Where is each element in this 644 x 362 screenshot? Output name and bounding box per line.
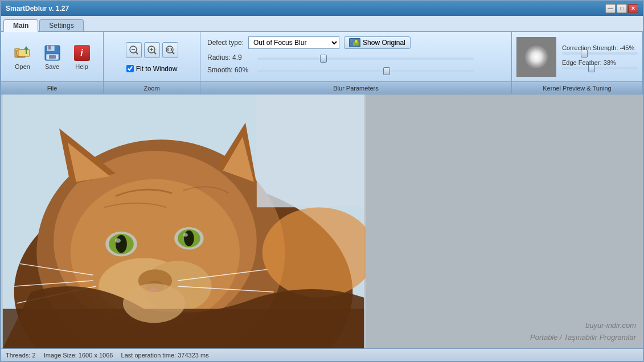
radius-row: Radius: 4.9 — [207, 54, 504, 61]
svg-rect-10 — [49, 55, 56, 59]
svg-rect-5 — [26, 50, 27, 54]
kernel-blob-shape — [525, 46, 548, 68]
kernel-content: Correction Strength: -45% Edge Feather: … — [512, 32, 642, 81]
image-size-status: Image Size: 1600 x 1066 — [44, 352, 113, 359]
fit-to-window-checkbox-row: Fit to Window — [122, 65, 182, 75]
smooth-slider[interactable] — [257, 70, 474, 72]
save-label: Save — [45, 63, 59, 70]
smooth-slider-container — [257, 66, 474, 74]
zoom-fit-button[interactable] — [162, 42, 178, 58]
tab-bar: Main Settings — [1, 16, 643, 32]
zoom-out-button[interactable] — [126, 42, 142, 58]
kernel-section: Correction Strength: -45% Edge Feather: … — [512, 32, 643, 94]
watermark: buyur-indir.com Portable / Taşınabilir P… — [530, 320, 636, 344]
info-icon-shape: i — [74, 45, 90, 61]
open-label: Open — [15, 63, 30, 70]
svg-line-13 — [136, 52, 138, 54]
blur-params-controls: Defect type: Out of Focus Blur Show Orig… — [200, 32, 511, 81]
zoom-controls — [122, 39, 182, 61]
status-bar: Threads: 2 Image Size: 1600 x 1066 Last … — [1, 348, 643, 361]
svg-rect-54 — [257, 94, 364, 207]
svg-point-42 — [115, 238, 121, 243]
svg-point-46 — [183, 233, 188, 237]
title-bar: SmartDeblur v. 1.27 — □ ✕ — [1, 1, 643, 16]
separator1 — [38, 352, 42, 359]
kernel-preview-image — [516, 37, 556, 77]
watermark-line1: buyur-indir.com — [530, 320, 636, 332]
radius-slider[interactable] — [257, 57, 474, 60]
threads-status: Threads: 2 — [6, 352, 36, 359]
help-label: Help — [75, 63, 88, 70]
image-preview-icon — [349, 38, 360, 47]
main-window: SmartDeblur v. 1.27 — □ ✕ Main Settings — [0, 0, 644, 362]
image-panel — [1, 94, 366, 348]
file-section: Open Save — [1, 32, 104, 94]
zoom-in-button[interactable] — [144, 42, 160, 58]
svg-line-19 — [172, 52, 174, 54]
correction-strength-slider[interactable] — [562, 52, 638, 55]
separator2 — [115, 352, 118, 359]
file-buttons: Open Save — [1, 32, 103, 81]
defect-type-select[interactable]: Out of Focus Blur — [248, 36, 339, 49]
watermark-line2: Portable / Taşınabilir Programlar — [530, 332, 636, 344]
save-button[interactable]: Save — [40, 42, 65, 72]
save-icon — [43, 44, 61, 62]
file-section-label: File — [1, 81, 103, 94]
defect-type-label: Defect type: — [207, 39, 244, 47]
show-original-button[interactable]: Show Original — [344, 36, 411, 49]
svg-point-41 — [116, 235, 127, 253]
main-content-area: buyur-indir.com Portable / Taşınabilir P… — [1, 94, 643, 348]
operation-time-status: Last operation time: 374323 ms — [121, 352, 209, 359]
close-button[interactable]: ✕ — [628, 4, 638, 13]
preview-panel: buyur-indir.com Portable / Taşınabilir P… — [366, 94, 643, 348]
fit-to-window-checkbox[interactable] — [126, 65, 134, 72]
toolbar: Open Save — [1, 32, 643, 94]
svg-rect-3 — [18, 50, 30, 56]
window-title: SmartDeblur v. 1.27 — [6, 5, 69, 13]
blur-section: Defect type: Out of Focus Blur Show Orig… — [200, 32, 512, 94]
fit-to-window-label[interactable]: Fit to Window — [136, 65, 178, 73]
smooth-label: Smooth: 60% — [207, 66, 253, 74]
tab-settings[interactable]: Settings — [39, 19, 83, 31]
kernel-section-label: Kernel Preview & Tuning — [512, 81, 642, 94]
svg-point-45 — [184, 231, 194, 246]
kernel-sliders: Correction Strength: -45% Edge Feather: … — [562, 44, 638, 69]
open-button[interactable]: Open — [10, 42, 35, 72]
svg-line-17 — [154, 52, 156, 54]
svg-rect-8 — [48, 46, 51, 50]
cat-image — [1, 94, 366, 348]
blur-section-label: Blur Parameters — [200, 81, 511, 94]
zoom-section: Fit to Window Zoom — [104, 32, 200, 94]
smooth-row: Smooth: 60% — [207, 66, 504, 74]
show-original-label: Show Original — [363, 39, 405, 47]
window-controls: — □ ✕ — [605, 4, 638, 13]
radius-slider-container — [257, 54, 474, 61]
zoom-section-label: Zoom — [104, 81, 200, 94]
defect-type-row: Defect type: Out of Focus Blur Show Orig… — [207, 36, 504, 49]
svg-point-55 — [123, 283, 185, 323]
edge-feather-slider[interactable] — [562, 67, 638, 69]
maximize-button[interactable]: □ — [617, 4, 627, 13]
svg-marker-4 — [24, 46, 28, 50]
help-button[interactable]: i Help — [69, 42, 95, 72]
edge-feather-row: Edge Feather: 38% — [562, 59, 638, 69]
tab-main[interactable]: Main — [3, 19, 38, 32]
help-icon: i — [73, 44, 91, 62]
radius-label: Radius: 4.9 — [207, 54, 253, 61]
open-icon — [14, 44, 32, 62]
correction-strength-row: Correction Strength: -45% — [562, 44, 638, 55]
minimize-button[interactable]: — — [605, 4, 616, 13]
